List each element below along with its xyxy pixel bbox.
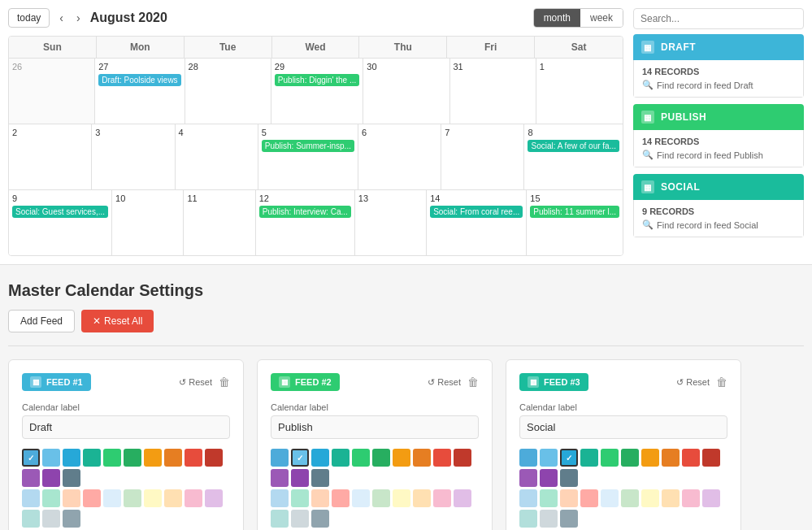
color-swatch[interactable]	[42, 469, 60, 487]
color-swatch[interactable]	[682, 449, 700, 467]
calendar-event-publish[interactable]: Publish: Summer-insp...	[262, 140, 354, 152]
calendar-cell[interactable]: 9Social: Guest services,...	[9, 190, 112, 255]
color-swatch[interactable]	[63, 510, 80, 528]
calendar-cell[interactable]: 5Publish: Summer-insp...	[258, 124, 358, 189]
color-swatch[interactable]	[519, 469, 537, 487]
color-swatch[interactable]	[271, 469, 289, 487]
feed-reset-button-2[interactable]: ↺ Reset	[428, 377, 461, 388]
color-swatch[interactable]	[83, 489, 101, 507]
month-view-button[interactable]: month	[534, 9, 580, 27]
color-swatch[interactable]	[702, 449, 720, 467]
color-swatch[interactable]	[560, 489, 578, 507]
calendar-cell[interactable]: 11	[184, 190, 255, 255]
reset-all-button[interactable]: ✕ Reset All	[81, 310, 154, 332]
color-swatch[interactable]	[621, 449, 639, 467]
color-swatch[interactable]	[372, 489, 390, 507]
calendar-event-publish[interactable]: Publish: Diggin' the ...	[275, 74, 359, 86]
week-view-button[interactable]: week	[580, 9, 623, 27]
today-button[interactable]: today	[8, 8, 50, 28]
color-swatch[interactable]	[601, 449, 619, 467]
feed-delete-button-3[interactable]: 🗑	[716, 376, 727, 389]
calendar-cell[interactable]: 27Draft: Poolside views	[95, 59, 185, 124]
calendar-label-input-1[interactable]	[22, 415, 230, 439]
calendar-event-social[interactable]: Social: A few of our fa...	[528, 140, 619, 152]
calendar-cell[interactable]: 31	[450, 59, 536, 124]
find-record-draft[interactable]: 🔍 Find record in feed Draft	[642, 80, 795, 90]
calendar-label-input-2[interactable]	[271, 415, 479, 439]
color-swatch[interactable]	[185, 489, 202, 507]
color-swatch[interactable]	[413, 449, 431, 467]
color-swatch[interactable]	[682, 489, 700, 507]
calendar-cell[interactable]: 8Social: A few of our fa...	[524, 124, 623, 189]
calendar-cell[interactable]: 1	[536, 59, 623, 124]
calendar-event-social[interactable]: Social: From coral ree...	[430, 206, 523, 218]
calendar-label-input-3[interactable]	[519, 415, 727, 439]
color-swatch[interactable]	[601, 489, 619, 507]
calendar-cell[interactable]: 28	[185, 59, 271, 124]
color-swatch[interactable]	[103, 489, 121, 507]
color-swatch[interactable]: ✓	[291, 449, 309, 467]
color-swatch[interactable]	[311, 489, 329, 507]
color-swatch[interactable]: ✓	[22, 449, 40, 467]
color-swatch[interactable]	[519, 489, 537, 507]
calendar-event-draft[interactable]: Draft: Poolside views	[98, 74, 180, 86]
color-swatch[interactable]	[205, 449, 223, 467]
feed-reset-button-1[interactable]: ↺ Reset	[179, 377, 212, 388]
color-swatch[interactable]	[103, 449, 121, 467]
color-swatch[interactable]: ✓	[560, 449, 578, 467]
calendar-cell[interactable]: 2	[9, 124, 92, 189]
color-swatch[interactable]	[352, 489, 370, 507]
color-swatch[interactable]	[540, 489, 558, 507]
sidebar-search-input[interactable]	[633, 8, 804, 29]
color-swatch[interactable]	[83, 449, 101, 467]
color-swatch[interactable]	[22, 489, 40, 507]
calendar-cell[interactable]: 4	[176, 124, 258, 189]
find-record-publish[interactable]: 🔍 Find record in feed Publish	[642, 150, 795, 160]
calendar-cell[interactable]: 13	[355, 190, 427, 255]
color-swatch[interactable]	[311, 449, 329, 467]
color-swatch[interactable]	[271, 449, 289, 467]
add-feed-button[interactable]: Add Feed	[8, 310, 75, 332]
color-swatch[interactable]	[519, 510, 537, 528]
color-swatch[interactable]	[352, 449, 370, 467]
color-swatch[interactable]	[413, 489, 431, 507]
color-swatch[interactable]	[144, 489, 162, 507]
color-swatch[interactable]	[205, 489, 223, 507]
next-month-button[interactable]: ›	[73, 10, 84, 26]
color-swatch[interactable]	[372, 449, 390, 467]
find-record-social[interactable]: 🔍 Find record in feed Social	[642, 219, 795, 230]
calendar-cell[interactable]: 6	[358, 124, 441, 189]
color-swatch[interactable]	[311, 510, 329, 528]
calendar-event-publish[interactable]: Publish: 11 summer l...	[530, 206, 619, 218]
feed-reset-button-3[interactable]: ↺ Reset	[676, 377, 710, 388]
color-swatch[interactable]	[641, 489, 659, 507]
calendar-cell[interactable]: 26	[9, 59, 95, 124]
color-swatch[interactable]	[332, 449, 350, 467]
calendar-cell[interactable]: 29Publish: Diggin' the ...	[271, 59, 363, 124]
color-swatch[interactable]	[580, 449, 598, 467]
color-swatch[interactable]	[519, 449, 537, 467]
color-swatch[interactable]	[63, 449, 80, 467]
calendar-cell[interactable]: 14Social: From coral ree...	[427, 190, 527, 255]
color-swatch[interactable]	[42, 489, 60, 507]
color-swatch[interactable]	[22, 469, 40, 487]
color-swatch[interactable]	[271, 489, 289, 507]
color-swatch[interactable]	[185, 449, 202, 467]
color-swatch[interactable]	[144, 449, 162, 467]
color-swatch[interactable]	[641, 449, 659, 467]
color-swatch[interactable]	[540, 449, 558, 467]
color-swatch[interactable]	[291, 489, 309, 507]
color-swatch[interactable]	[124, 489, 141, 507]
calendar-event-publish[interactable]: Publish: Interview: Ca...	[259, 206, 351, 218]
color-swatch[interactable]	[433, 449, 451, 467]
color-swatch[interactable]	[291, 510, 309, 528]
calendar-cell[interactable]: 3	[92, 124, 175, 189]
calendar-cell[interactable]: 7	[441, 124, 524, 189]
color-swatch[interactable]	[580, 489, 598, 507]
color-swatch[interactable]	[22, 510, 40, 528]
color-swatch[interactable]	[42, 449, 60, 467]
feed-delete-button-1[interactable]: 🗑	[219, 376, 230, 389]
color-swatch[interactable]	[332, 489, 350, 507]
color-swatch[interactable]	[164, 449, 182, 467]
prev-month-button[interactable]: ‹	[56, 10, 67, 26]
